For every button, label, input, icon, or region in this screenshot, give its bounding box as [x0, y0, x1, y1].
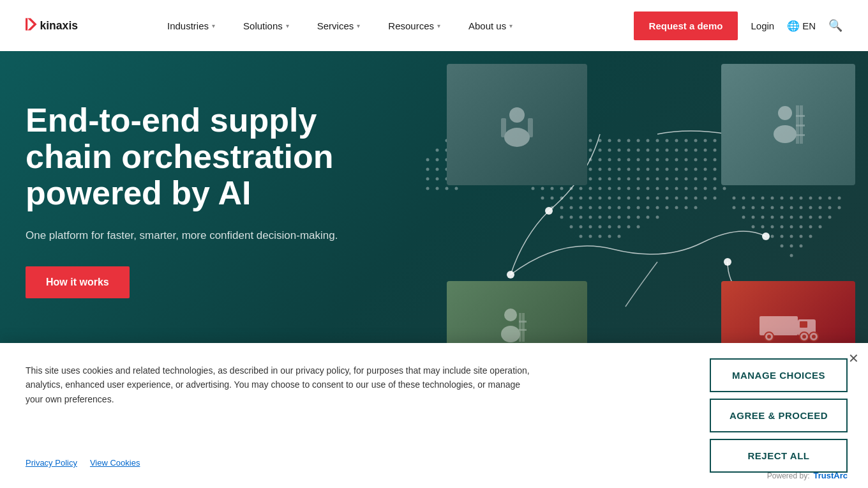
cookie-banner: ✕ This site uses cookies and related tec… — [0, 343, 868, 422]
svg-point-218 — [599, 206, 602, 210]
svg-point-290 — [781, 225, 784, 229]
svg-point-164 — [704, 178, 707, 181]
svg-point-188 — [675, 187, 678, 190]
svg-point-213 — [551, 206, 554, 210]
svg-point-246 — [627, 225, 631, 229]
svg-point-224 — [656, 206, 659, 210]
svg-point-21 — [618, 139, 621, 142]
nav-about-label: About us — [468, 20, 506, 31]
svg-point-268 — [761, 206, 765, 210]
svg-point-183 — [627, 187, 631, 190]
svg-point-215 — [570, 206, 573, 210]
svg-point-261 — [809, 197, 812, 200]
svg-point-104 — [704, 158, 707, 162]
svg-point-227 — [685, 206, 688, 210]
svg-point-299 — [809, 235, 812, 238]
svg-point-294 — [819, 225, 822, 229]
svg-point-193 — [723, 187, 726, 190]
manage-choices-button[interactable]: MANAGE CHOICES — [710, 358, 848, 392]
nav-item-industries[interactable]: Industries ▾ — [153, 0, 229, 51]
nav-item-solutions[interactable]: Solutions ▾ — [229, 0, 303, 51]
svg-point-209 — [685, 197, 688, 200]
svg-point-250 — [599, 235, 602, 238]
svg-point-291 — [790, 225, 793, 229]
svg-point-112 — [426, 168, 430, 171]
svg-point-128 — [637, 168, 640, 171]
svg-point-172 — [455, 187, 458, 190]
svg-point-65 — [656, 149, 659, 152]
svg-point-19 — [599, 139, 602, 142]
svg-point-237 — [637, 216, 640, 219]
svg-point-27 — [675, 139, 678, 142]
svg-point-296 — [781, 235, 784, 238]
how-it-works-button[interactable]: How it works — [26, 266, 130, 298]
svg-point-25 — [656, 139, 659, 142]
nav-item-about[interactable]: About us ▾ — [454, 0, 527, 51]
svg-point-226 — [675, 206, 678, 210]
svg-point-202 — [618, 197, 621, 200]
request-demo-button[interactable]: Request a demo — [634, 11, 738, 40]
lang-label: EN — [802, 20, 816, 31]
svg-point-126 — [618, 168, 621, 171]
svg-point-204 — [637, 197, 640, 200]
svg-rect-322 — [519, 313, 521, 342]
nav-item-resources[interactable]: Resources ▾ — [374, 0, 454, 51]
svg-point-242 — [589, 225, 592, 229]
svg-point-234 — [608, 216, 611, 219]
svg-point-93 — [599, 158, 602, 162]
svg-point-223 — [647, 206, 650, 210]
svg-point-28 — [685, 139, 688, 142]
svg-point-236 — [627, 216, 631, 219]
nav-industries-label: Industries — [167, 20, 209, 31]
svg-point-258 — [781, 197, 784, 200]
svg-point-197 — [570, 197, 573, 200]
svg-point-100 — [666, 158, 669, 162]
svg-point-266 — [742, 206, 745, 210]
svg-point-330 — [767, 335, 771, 339]
svg-point-176 — [560, 187, 564, 190]
svg-point-302 — [800, 245, 803, 248]
solutions-chevron-icon: ▾ — [286, 22, 289, 29]
svg-point-155 — [618, 178, 621, 181]
svg-point-244 — [608, 225, 611, 229]
svg-rect-319 — [796, 134, 805, 136]
svg-point-113 — [436, 168, 439, 171]
nav-logo[interactable]: kinaxis — [26, 14, 128, 37]
svg-point-198 — [580, 197, 583, 200]
svg-point-130 — [656, 168, 659, 171]
services-chevron-icon: ▾ — [357, 22, 360, 29]
svg-point-186 — [656, 187, 659, 190]
svg-point-334 — [812, 335, 816, 339]
svg-point-216 — [580, 206, 583, 210]
svg-point-158 — [647, 178, 650, 181]
svg-point-59 — [599, 149, 602, 152]
svg-rect-323 — [522, 313, 525, 342]
svg-point-310 — [504, 128, 530, 147]
cookie-close-button[interactable]: ✕ — [848, 352, 859, 365]
globe-icon: 🌐 — [787, 20, 800, 32]
svg-point-170 — [436, 187, 439, 190]
svg-point-136 — [714, 168, 717, 171]
svg-point-301 — [790, 245, 793, 248]
svg-point-96 — [627, 158, 631, 162]
svg-point-259 — [790, 197, 793, 200]
svg-point-29 — [694, 139, 698, 142]
search-icon[interactable]: 🔍 — [828, 19, 842, 33]
svg-point-133 — [685, 168, 688, 171]
svg-point-203 — [627, 197, 631, 200]
svg-point-297 — [790, 235, 793, 238]
nav-solutions-label: Solutions — [243, 20, 283, 31]
svg-point-18 — [589, 139, 592, 142]
svg-rect-312 — [528, 118, 533, 137]
svg-point-254 — [742, 197, 745, 200]
cookie-content-left: This site uses cookies and related techn… — [0, 343, 689, 422]
svg-point-240 — [570, 225, 573, 229]
svg-point-199 — [589, 197, 592, 200]
agree-proceed-button[interactable]: AGREE & PROCEED — [710, 399, 848, 422]
login-link[interactable]: Login — [751, 20, 774, 31]
svg-point-304 — [545, 207, 553, 215]
svg-point-232 — [589, 216, 592, 219]
nav-item-services[interactable]: Services ▾ — [303, 0, 375, 51]
language-selector[interactable]: 🌐 EN — [787, 20, 816, 32]
svg-point-124 — [599, 168, 602, 171]
